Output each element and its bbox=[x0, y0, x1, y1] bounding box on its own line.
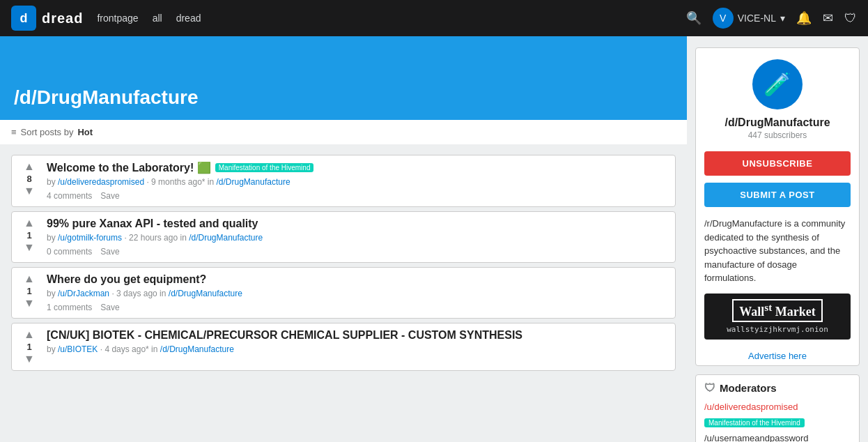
ad-st: st bbox=[764, 302, 772, 313]
post-sub-link[interactable]: /d/DrugManufacture bbox=[217, 177, 290, 187]
post-flair: Manifestation of the Hivemind bbox=[215, 163, 314, 172]
ad-url: wallstyizjhkrvmj.onion bbox=[710, 325, 845, 334]
moderators-title: 🛡 Moderators bbox=[704, 382, 851, 395]
posts-list: ▲ 8 ▼ Welcome to the Laboratory! 🟩 Manif… bbox=[0, 145, 687, 381]
sort-current[interactable]: Hot bbox=[77, 127, 93, 137]
vote-count: 1 bbox=[26, 342, 31, 352]
post-actions: 1 comments Save bbox=[47, 303, 668, 312]
downvote-button[interactable]: ▼ bbox=[24, 185, 35, 197]
sort-icon: ≡ bbox=[11, 127, 17, 137]
vote-column: ▲ 8 ▼ bbox=[19, 161, 40, 197]
post-title: 99% pure Xanax API - tested and quality bbox=[47, 218, 668, 230]
post-title: Where do you get equipment? bbox=[47, 273, 668, 286]
main-nav: frontpage all dread bbox=[97, 13, 201, 24]
post-title: [CN/UK] BIOTEK - CHEMICAL/PRECURSOR CHEM… bbox=[47, 329, 668, 342]
downvote-button[interactable]: ▼ bbox=[24, 353, 35, 365]
comments-link[interactable]: 0 comments bbox=[47, 247, 92, 257]
post-title-link[interactable]: 99% pure Xanax API - tested and quality bbox=[47, 218, 258, 230]
post-author-link[interactable]: /u/DrJackman bbox=[58, 289, 109, 298]
post-title-link[interactable]: [CN/UK] BIOTEK - CHEMICAL/PRECURSOR CHEM… bbox=[47, 329, 522, 342]
post-sub-link[interactable]: /d/DrugManufacture bbox=[189, 233, 263, 243]
comments-link[interactable]: 1 comments bbox=[47, 303, 92, 312]
table-row: ▲ 8 ▼ Welcome to the Laboratory! 🟩 Manif… bbox=[11, 155, 676, 207]
post-title: Welcome to the Laboratory! 🟩 Manifestati… bbox=[47, 161, 668, 174]
user-menu[interactable]: V VICE-NL ▾ bbox=[713, 8, 785, 29]
post-content: [CN/UK] BIOTEK - CHEMICAL/PRECURSOR CHEM… bbox=[47, 329, 668, 358]
downvote-button[interactable]: ▼ bbox=[24, 242, 35, 253]
nav-dread[interactable]: dread bbox=[176, 13, 201, 24]
post-meta: by /u/gotmilk-forums · 22 hours ago in /… bbox=[47, 233, 668, 243]
community-name: /d/DrugManufacture bbox=[707, 116, 848, 129]
header: d dread frontpage all dread 🔍 V VICE-NL … bbox=[0, 0, 868, 36]
username: VICE-NL bbox=[738, 13, 776, 24]
post-content: 99% pure Xanax API - tested and quality … bbox=[47, 218, 668, 257]
search-icon[interactable]: 🔍 bbox=[686, 10, 702, 26]
save-button[interactable]: Save bbox=[100, 191, 119, 201]
post-meta: by /u/BIOTEK · 4 days ago* in /d/DrugMan… bbox=[47, 344, 668, 354]
post-actions: 4 comments Save bbox=[47, 191, 668, 201]
post-title-link[interactable]: Welcome to the Laboratory! 🟩 bbox=[47, 161, 211, 174]
post-meta: by /u/DrJackman · 3 days ago in /d/DrugM… bbox=[47, 289, 668, 298]
unsubscribe-button[interactable]: UNSUBSCRIBE bbox=[704, 151, 851, 176]
subreddit-title: /d/DrugManufacture bbox=[14, 86, 198, 109]
advertisement: Wallst Market wallstyizjhkrvmj.onion bbox=[704, 294, 851, 340]
vote-column: ▲ 1 ▼ bbox=[19, 273, 40, 309]
advertise-link[interactable]: Advertise here bbox=[696, 346, 859, 365]
post-actions: 0 comments Save bbox=[47, 247, 668, 257]
moderators-card: 🛡 Moderators /u/deliveredaspromised Mani… bbox=[695, 374, 860, 443]
upvote-button[interactable]: ▲ bbox=[24, 329, 35, 340]
save-button[interactable]: Save bbox=[100, 247, 119, 257]
mail-icon[interactable]: ✉ bbox=[823, 10, 833, 26]
post-title-link[interactable]: Where do you get equipment? bbox=[47, 273, 206, 286]
notification-icon[interactable]: 🔔 bbox=[796, 10, 812, 26]
sort-bar: ≡ Sort posts by Hot bbox=[0, 120, 687, 145]
upvote-button[interactable]: ▲ bbox=[24, 218, 35, 229]
header-right: 🔍 V VICE-NL ▾ 🔔 ✉ 🛡 bbox=[686, 8, 857, 29]
post-sub-link[interactable]: /d/DrugManufacture bbox=[169, 289, 242, 298]
upvote-button[interactable]: ▲ bbox=[24, 161, 35, 172]
main-column: /d/DrugManufacture ≡ Sort posts by Hot ▲… bbox=[0, 36, 687, 442]
vote-count: 1 bbox=[26, 286, 31, 296]
logo-text: dread bbox=[42, 10, 83, 26]
post-author-link[interactable]: /u/BIOTEK bbox=[58, 344, 98, 354]
submit-post-button[interactable]: SUBMIT A POST bbox=[704, 183, 851, 207]
post-author-link[interactable]: /u/gotmilk-forums bbox=[58, 233, 122, 243]
community-icon: 🧪 bbox=[752, 59, 803, 109]
mod-flair-1: Manifestation of the Hivemind bbox=[704, 418, 805, 427]
post-content: Where do you get equipment? by /u/DrJack… bbox=[47, 273, 668, 312]
moderator-link-2[interactable]: /u/usernameandpassword bbox=[704, 433, 851, 443]
moderator-link-1[interactable]: /u/deliveredaspromised bbox=[704, 402, 851, 412]
dropdown-icon: ▾ bbox=[780, 13, 785, 24]
table-row: ▲ 1 ▼ Where do you get equipment? by /u/… bbox=[11, 267, 676, 319]
post-author-link[interactable]: /u/deliveredaspromised bbox=[58, 177, 144, 187]
shield-header-icon[interactable]: 🛡 bbox=[844, 11, 857, 26]
moderators-section: 🛡 Moderators /u/deliveredaspromised Mani… bbox=[696, 375, 859, 443]
table-row: ▲ 1 ▼ 99% pure Xanax API - tested and qu… bbox=[11, 211, 676, 263]
vote-column: ▲ 1 ▼ bbox=[19, 329, 40, 365]
logo-icon: d bbox=[11, 6, 36, 31]
subreddit-header: /d/DrugManufacture bbox=[0, 36, 687, 120]
post-content: Welcome to the Laboratory! 🟩 Manifestati… bbox=[47, 161, 668, 201]
community-card: 🧪 /d/DrugManufacture 447 subscribers UNS… bbox=[695, 47, 860, 366]
shield-icon: 🛡 bbox=[704, 382, 715, 395]
user-avatar: V bbox=[713, 8, 734, 29]
page-wrap: /d/DrugManufacture ≡ Sort posts by Hot ▲… bbox=[0, 36, 868, 442]
community-description: /r/DrugManufacture is a community dedica… bbox=[696, 217, 859, 294]
post-sub-link[interactable]: /d/DrugManufacture bbox=[160, 344, 234, 354]
vote-count: 1 bbox=[26, 230, 31, 241]
ad-title: Wallst Market bbox=[732, 299, 822, 322]
comments-link[interactable]: 4 comments bbox=[47, 191, 92, 201]
nav-frontpage[interactable]: frontpage bbox=[97, 13, 138, 24]
post-meta: by /u/deliveredaspromised · 9 months ago… bbox=[47, 177, 668, 187]
save-button[interactable]: Save bbox=[100, 303, 119, 312]
sort-label: Sort posts by bbox=[21, 127, 74, 137]
nav-all[interactable]: all bbox=[153, 13, 162, 24]
upvote-button[interactable]: ▲ bbox=[24, 273, 35, 284]
table-row: ▲ 1 ▼ [CN/UK] BIOTEK - CHEMICAL/PRECURSO… bbox=[11, 323, 676, 371]
community-header: 🧪 /d/DrugManufacture 447 subscribers bbox=[696, 48, 859, 151]
vote-column: ▲ 1 ▼ bbox=[19, 218, 40, 253]
downvote-button[interactable]: ▼ bbox=[24, 298, 35, 309]
vote-count: 8 bbox=[26, 174, 31, 184]
logo[interactable]: d dread bbox=[11, 6, 83, 31]
sidebar: 🧪 /d/DrugManufacture 447 subscribers UNS… bbox=[687, 36, 868, 442]
